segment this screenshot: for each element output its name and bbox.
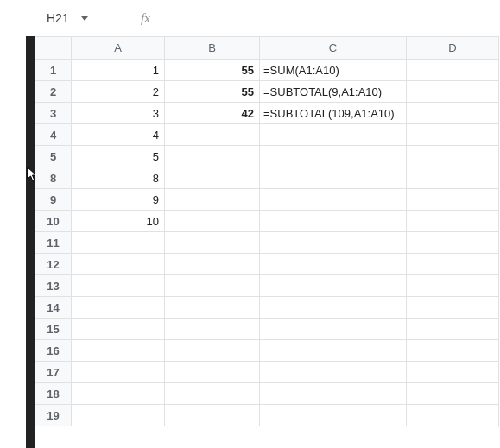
cell[interactable] bbox=[165, 319, 260, 340]
cell[interactable] bbox=[260, 254, 407, 275]
sheet-table[interactable]: A B C D 1 1 55 =SUM(A1:A10) 2 2 55 bbox=[35, 36, 499, 426]
row-header[interactable]: 12 bbox=[35, 254, 72, 275]
cell[interactable] bbox=[72, 383, 165, 405]
row-header[interactable]: 10 bbox=[35, 211, 72, 232]
row-header[interactable]: 5 bbox=[35, 146, 72, 167]
cell[interactable]: 1 bbox=[72, 60, 165, 81]
cell[interactable] bbox=[165, 189, 260, 211]
cell[interactable] bbox=[260, 405, 407, 426]
cell[interactable] bbox=[165, 275, 260, 297]
cell[interactable]: 3 bbox=[72, 103, 165, 124]
cell[interactable] bbox=[72, 254, 165, 275]
cell[interactable] bbox=[72, 319, 165, 340]
cell[interactable] bbox=[407, 103, 499, 124]
cell[interactable] bbox=[165, 232, 260, 254]
cell[interactable] bbox=[260, 146, 407, 167]
cell[interactable] bbox=[260, 167, 407, 189]
cell[interactable] bbox=[407, 405, 499, 426]
col-header-B[interactable]: B bbox=[165, 37, 260, 60]
cell[interactable]: 42 bbox=[165, 103, 260, 124]
cell[interactable]: 10 bbox=[72, 211, 165, 232]
cell[interactable] bbox=[260, 275, 407, 297]
row-header[interactable]: 4 bbox=[35, 124, 72, 146]
cell[interactable] bbox=[260, 297, 407, 319]
table-row: 9 9 bbox=[35, 189, 499, 211]
row-header[interactable]: 1 bbox=[35, 60, 72, 81]
row-header[interactable]: 9 bbox=[35, 189, 72, 211]
cell[interactable] bbox=[165, 124, 260, 146]
cell[interactable] bbox=[72, 340, 165, 362]
row-header[interactable]: 8 bbox=[35, 167, 72, 189]
cell[interactable] bbox=[407, 297, 499, 319]
cell[interactable]: 5 bbox=[72, 146, 165, 167]
cell[interactable]: 55 bbox=[165, 81, 260, 103]
row-header[interactable]: 16 bbox=[35, 340, 72, 362]
cell[interactable] bbox=[165, 362, 260, 383]
group-gutter bbox=[26, 36, 35, 448]
row-header[interactable]: 17 bbox=[35, 362, 72, 383]
cell[interactable]: 4 bbox=[72, 124, 165, 146]
cell[interactable] bbox=[260, 383, 407, 405]
cell[interactable] bbox=[407, 362, 499, 383]
cell[interactable] bbox=[72, 232, 165, 254]
row-header[interactable]: 13 bbox=[35, 275, 72, 297]
cell[interactable] bbox=[72, 275, 165, 297]
cell[interactable]: 55 bbox=[165, 60, 260, 81]
row-header[interactable]: 19 bbox=[35, 405, 72, 426]
cell[interactable] bbox=[72, 297, 165, 319]
col-header-A[interactable]: A bbox=[72, 37, 165, 60]
cell[interactable] bbox=[407, 383, 499, 405]
cell[interactable] bbox=[260, 124, 407, 146]
cell[interactable] bbox=[407, 146, 499, 167]
cell[interactable] bbox=[165, 405, 260, 426]
cell[interactable] bbox=[407, 275, 499, 297]
row-header[interactable]: 3 bbox=[35, 103, 72, 124]
col-header-D[interactable]: D bbox=[407, 37, 499, 60]
row-header[interactable]: 15 bbox=[35, 319, 72, 340]
cell[interactable] bbox=[72, 405, 165, 426]
row-header[interactable]: 18 bbox=[35, 383, 72, 405]
cell[interactable] bbox=[260, 189, 407, 211]
table-row: 1 1 55 =SUM(A1:A10) bbox=[35, 60, 499, 81]
cell[interactable]: 9 bbox=[72, 189, 165, 211]
cell[interactable]: 2 bbox=[72, 81, 165, 103]
cell[interactable] bbox=[407, 254, 499, 275]
row-header[interactable]: 2 bbox=[35, 81, 72, 103]
name-box[interactable]: H21 bbox=[41, 9, 119, 28]
cell[interactable] bbox=[407, 232, 499, 254]
cell[interactable]: =SUM(A1:A10) bbox=[260, 60, 407, 81]
cell[interactable]: =SUBTOTAL(109,A1:A10) bbox=[260, 103, 407, 124]
cell[interactable] bbox=[260, 362, 407, 383]
cell[interactable] bbox=[72, 362, 165, 383]
triangle-down-icon bbox=[28, 155, 35, 161]
cell[interactable] bbox=[407, 340, 499, 362]
row-header[interactable]: 11 bbox=[35, 232, 72, 254]
cell[interactable] bbox=[165, 254, 260, 275]
row-group-toggle[interactable] bbox=[27, 147, 35, 161]
cell[interactable] bbox=[165, 146, 260, 167]
row-header[interactable]: 14 bbox=[35, 297, 72, 319]
cell[interactable] bbox=[260, 340, 407, 362]
cell[interactable] bbox=[165, 297, 260, 319]
cell[interactable] bbox=[407, 211, 499, 232]
cell[interactable] bbox=[407, 124, 499, 146]
grid[interactable]: A B C D 1 1 55 =SUM(A1:A10) 2 2 55 bbox=[35, 36, 500, 448]
cell[interactable] bbox=[407, 81, 499, 103]
col-header-C[interactable]: C bbox=[260, 37, 407, 60]
formula-bar-input[interactable] bbox=[155, 9, 500, 28]
cell[interactable]: =SUBTOTAL(9,A1:A10) bbox=[260, 81, 407, 103]
cell[interactable] bbox=[260, 211, 407, 232]
table-row: 14 bbox=[35, 297, 499, 319]
cell[interactable] bbox=[407, 167, 499, 189]
cell[interactable] bbox=[165, 167, 260, 189]
cell[interactable] bbox=[165, 383, 260, 405]
cell[interactable] bbox=[407, 319, 499, 340]
cell[interactable] bbox=[165, 211, 260, 232]
select-all-corner[interactable] bbox=[35, 37, 72, 60]
cell[interactable] bbox=[407, 60, 499, 81]
cell[interactable]: 8 bbox=[72, 167, 165, 189]
cell[interactable] bbox=[165, 340, 260, 362]
cell[interactable] bbox=[260, 232, 407, 254]
cell[interactable] bbox=[407, 189, 499, 211]
cell[interactable] bbox=[260, 319, 407, 340]
